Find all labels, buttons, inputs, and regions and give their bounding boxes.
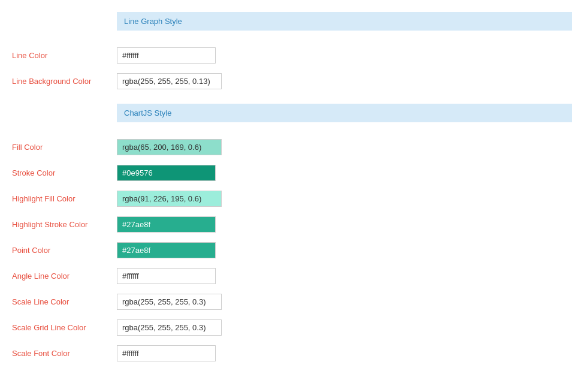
point-color-row: Point Color [12, 235, 571, 261]
line-bg-color-row: Line Background Color [12, 66, 571, 92]
point-color-input[interactable] [117, 242, 216, 258]
highlight-stroke-input[interactable] [117, 216, 216, 233]
scale-grid-line-color-row: Scale Grid Line Color [12, 312, 571, 338]
highlight-fill-row: Highlight Fill Color [12, 183, 571, 209]
highlight-stroke-label: Highlight Stroke Color [12, 220, 117, 229]
scale-line-color-row: Scale Line Color [12, 287, 571, 312]
line-graph-section-header: Line Graph Style [117, 12, 572, 31]
line-bg-color-label: Line Background Color [12, 77, 117, 86]
line-color-input[interactable] [117, 47, 216, 64]
scale-font-color-label: Scale Font Color [12, 349, 117, 358]
fill-color-label: Fill Color [12, 143, 117, 152]
highlight-stroke-row: Highlight Stroke Color [12, 209, 571, 235]
highlight-fill-input[interactable] [117, 191, 222, 207]
point-color-label: Point Color [12, 246, 117, 255]
scale-font-color-input[interactable] [117, 345, 216, 361]
stroke-color-row: Stroke Color [12, 158, 571, 183]
scale-font-color-row: Scale Font Color [12, 338, 571, 364]
chartjs-section-header: ChartJS Style [117, 104, 572, 122]
line-color-label: Line Color [12, 51, 117, 60]
angle-line-color-label: Angle Line Color [12, 272, 117, 281]
scale-grid-line-color-label: Scale Grid Line Color [12, 323, 117, 332]
angle-line-color-input[interactable] [117, 268, 216, 284]
page-container: Line Graph Style Line Color Line Backgro… [0, 0, 577, 392]
scale-grid-line-color-input[interactable] [117, 319, 222, 336]
line-bg-color-input[interactable] [117, 73, 222, 89]
fill-color-input[interactable] [117, 139, 222, 155]
stroke-color-input[interactable] [117, 165, 216, 181]
stroke-color-label: Stroke Color [12, 168, 117, 177]
highlight-fill-label: Highlight Fill Color [12, 194, 117, 203]
chartjs-section: ChartJS Style Fill Color Stroke Color Hi… [6, 104, 571, 364]
angle-line-color-row: Angle Line Color [12, 261, 571, 287]
fill-color-row: Fill Color [12, 132, 571, 158]
line-graph-section: Line Graph Style Line Color Line Backgro… [6, 12, 571, 92]
line-color-row: Line Color [12, 40, 571, 66]
scale-line-color-label: Scale Line Color [12, 297, 117, 306]
scale-line-color-input[interactable] [117, 294, 222, 310]
